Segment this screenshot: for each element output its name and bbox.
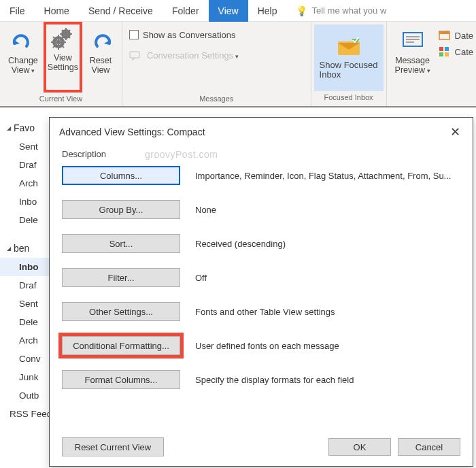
view-settings-label: View Settings <box>48 53 78 72</box>
conditional-formatting-row: Conditional Formatting... User defined f… <box>62 336 460 355</box>
tell-me-placeholder: Tell me what you w <box>311 5 386 16</box>
focused-inbox-label: Show Focused Inbox <box>320 61 378 80</box>
nav-account-header[interactable]: ben <box>0 239 49 258</box>
ribbon: Change View View Settings <box>0 22 476 107</box>
nav-item-inbox[interactable]: Inbo <box>0 258 49 276</box>
arrange-by-categories[interactable]: Cate <box>439 44 473 60</box>
gear-icon <box>49 24 76 53</box>
nav-favorites-header[interactable]: Favo <box>0 118 49 137</box>
filter-button[interactable]: Filter... <box>62 268 180 287</box>
view-settings-button[interactable]: View Settings <box>44 22 82 93</box>
other-settings-button[interactable]: Other Settings... <box>62 302 180 321</box>
nav-item[interactable]: Arch <box>0 331 49 350</box>
calendar-icon <box>439 30 451 41</box>
reset-current-view-button[interactable]: Reset Current View <box>62 437 164 456</box>
sort-description: Received (descending) <box>195 239 460 249</box>
dialog-title-bar: Advanced View Settings: Compact ✕ <box>50 118 473 145</box>
conditional-formatting-button[interactable]: Conditional Formatting... <box>62 336 180 355</box>
other-settings-description: Fonts and other Table View settings <box>195 307 460 317</box>
nav-item[interactable]: Draf <box>0 156 49 174</box>
columns-button[interactable]: Columns... <box>62 166 180 185</box>
cancel-button[interactable]: Cancel <box>398 438 460 456</box>
change-view-button[interactable]: Change View <box>4 24 42 93</box>
group-by-row: Group By... None <box>62 200 460 219</box>
nav-item[interactable]: Inbo <box>0 193 49 211</box>
svg-rect-23 <box>445 52 449 56</box>
conversation-icon <box>129 50 143 61</box>
current-view-group-label: Current View <box>39 93 82 105</box>
filter-description: Off <box>195 273 460 283</box>
nav-item[interactable]: RSS Feeds <box>0 405 49 423</box>
menu-item-help[interactable]: Help <box>248 0 287 22</box>
menu-item-file[interactable]: File <box>0 0 35 22</box>
columns-description: Importance, Reminder, Icon, Flag Status,… <box>195 171 460 181</box>
svg-rect-22 <box>439 52 443 56</box>
lightbulb-icon <box>296 5 307 16</box>
dialog-title: Advanced View Settings: Compact <box>59 127 205 137</box>
nav-item[interactable]: Draf <box>0 276 49 295</box>
conditional-formatting-description: User defined fonts on each message <box>195 341 460 351</box>
filter-row: Filter... Off <box>62 268 460 287</box>
close-icon[interactable]: ✕ <box>446 123 464 141</box>
menu-item-view[interactable]: View <box>209 0 248 22</box>
ribbon-group-arrangement: Message Preview Date Cate <box>387 22 476 106</box>
conversation-settings-button: Conversation Settings <box>129 46 304 64</box>
tell-me-search[interactable]: Tell me what you w <box>286 5 386 16</box>
nav-item[interactable]: Arch <box>0 174 49 193</box>
menu-item-send-receive[interactable]: Send / Receive <box>79 0 163 22</box>
focused-inbox-icon <box>335 36 362 58</box>
change-view-label: Change View <box>8 56 38 76</box>
svg-rect-19 <box>439 31 449 34</box>
svg-rect-20 <box>439 47 443 51</box>
columns-row: Columns... Importance, Reminder, Icon, F… <box>62 166 460 185</box>
nav-item[interactable]: Sent <box>0 137 49 156</box>
conversation-settings-label: Conversation Settings <box>147 50 239 61</box>
reset-view-button[interactable]: Reset View <box>84 24 118 93</box>
message-preview-label: Message Preview <box>395 56 430 76</box>
reset-view-icon <box>89 27 112 56</box>
ribbon-group-messages: Show as Conversations Conversation Setti… <box>122 22 311 106</box>
ribbon-group-focused: Show Focused Inbox Focused Inbox <box>311 22 387 106</box>
nav-item[interactable]: Dele <box>0 211 49 229</box>
nav-item[interactable]: Outb <box>0 386 49 405</box>
description-label: Description <box>62 149 460 159</box>
menu-item-home[interactable]: Home <box>35 0 79 22</box>
nav-item[interactable]: Junk <box>0 368 49 386</box>
format-columns-button[interactable]: Format Columns... <box>62 370 180 389</box>
sort-row: Sort... Received (descending) <box>62 234 460 253</box>
nav-item[interactable]: Conv <box>0 350 49 368</box>
show-as-conversations-label: Show as Conversations <box>143 30 236 40</box>
dialog-footer: Reset Current View OK Cancel <box>50 431 473 466</box>
arrangement-group-label <box>431 93 433 105</box>
navigation-pane: Favo Sent Draf Arch Inbo Dele ben Inbo D… <box>0 107 49 468</box>
checkbox-icon <box>129 30 139 39</box>
message-preview-button[interactable]: Message Preview <box>391 24 435 76</box>
ribbon-group-current-view: Change View View Settings <box>0 22 122 106</box>
svg-rect-21 <box>445 47 449 51</box>
menu-bar: File Home Send / Receive Folder View Hel… <box>0 0 476 22</box>
ok-button[interactable]: OK <box>328 438 391 456</box>
svg-rect-12 <box>130 52 139 58</box>
group-by-description: None <box>195 205 460 215</box>
advanced-view-settings-dialog: Advanced View Settings: Compact ✕ Descri… <box>49 117 473 467</box>
arrange-by-date[interactable]: Date <box>439 27 473 44</box>
show-as-conversations-checkbox[interactable]: Show as Conversations <box>129 26 304 44</box>
format-columns-description: Specify the display formats for each fie… <box>195 375 460 385</box>
format-columns-row: Format Columns... Specify the display fo… <box>62 370 460 389</box>
show-focused-inbox-button[interactable]: Show Focused Inbox <box>314 24 384 91</box>
menu-item-folder[interactable]: Folder <box>163 0 209 22</box>
arrange-date-label: Date <box>455 31 473 41</box>
group-by-button[interactable]: Group By... <box>62 200 180 219</box>
dialog-body: Description groovyPost.com Columns... Im… <box>50 145 473 431</box>
sort-button[interactable]: Sort... <box>62 234 180 253</box>
nav-item[interactable]: Sent <box>0 295 49 313</box>
nav-item[interactable]: Dele <box>0 313 49 331</box>
messages-group-label: Messages <box>199 93 233 105</box>
reset-view-label: Reset View <box>90 56 112 75</box>
message-preview-icon <box>401 27 425 56</box>
change-view-icon <box>12 27 35 56</box>
other-settings-row: Other Settings... Fonts and other Table … <box>62 302 460 321</box>
focused-inbox-group-label: Focused Inbox <box>324 91 373 103</box>
categories-icon <box>439 46 451 57</box>
arrange-categories-label: Cate <box>455 47 473 57</box>
